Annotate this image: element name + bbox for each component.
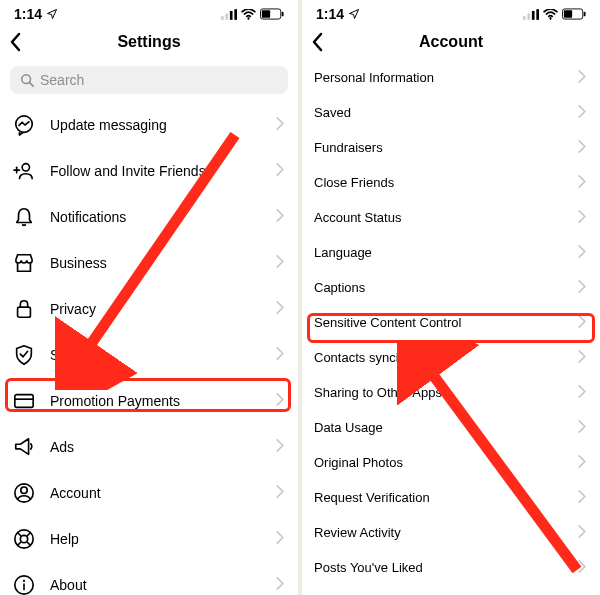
chevron-right-icon <box>578 455 586 471</box>
row-help[interactable]: Help <box>0 516 298 562</box>
battery-icon <box>260 8 284 20</box>
svg-point-20 <box>20 535 27 542</box>
svg-rect-32 <box>536 9 539 20</box>
row-label: Posts You've Liked <box>314 560 578 575</box>
row-label: Update messaging <box>50 117 276 133</box>
chevron-right-icon <box>578 350 586 366</box>
chevron-right-icon <box>578 210 586 226</box>
row-label: Review Activity <box>314 525 578 540</box>
chevron-right-icon <box>578 105 586 121</box>
row-follow-invite[interactable]: Follow and Invite Friends <box>0 148 298 194</box>
row-saved[interactable]: Saved <box>302 95 600 130</box>
cell-signal-icon <box>523 9 539 20</box>
chevron-right-icon <box>578 385 586 401</box>
svg-rect-29 <box>523 16 526 20</box>
row-original-photos[interactable]: Original Photos <box>302 445 600 480</box>
chevron-right-icon <box>578 280 586 296</box>
row-label: Close Friends <box>314 175 578 190</box>
credit-card-icon <box>12 389 36 413</box>
search-icon <box>20 73 34 87</box>
row-label: Personal Information <box>314 70 578 85</box>
svg-rect-0 <box>221 16 224 20</box>
row-notifications[interactable]: Notifications <box>0 194 298 240</box>
row-captions[interactable]: Captions <box>302 270 600 305</box>
location-arrow-icon <box>348 8 360 20</box>
row-security[interactable]: Security <box>0 332 298 378</box>
back-button[interactable] <box>310 32 324 52</box>
row-request-verification[interactable]: Request Verification <box>302 480 600 515</box>
svg-point-18 <box>21 487 27 493</box>
chevron-right-icon <box>276 163 284 179</box>
svg-point-11 <box>22 164 29 171</box>
row-label: Captions <box>314 280 578 295</box>
row-account-status[interactable]: Account Status <box>302 200 600 235</box>
row-fundraisers[interactable]: Fundraisers <box>302 130 600 165</box>
chevron-right-icon <box>578 245 586 261</box>
row-label: Follow and Invite Friends <box>50 163 276 179</box>
status-bar: 1:14 <box>0 0 298 24</box>
row-label: Language <box>314 245 578 260</box>
svg-rect-30 <box>527 13 530 19</box>
row-label: Notifications <box>50 209 276 225</box>
svg-line-9 <box>30 83 34 87</box>
chevron-right-icon <box>276 531 284 547</box>
row-close-friends[interactable]: Close Friends <box>302 165 600 200</box>
add-person-icon <box>12 159 36 183</box>
row-label: Security <box>50 347 276 363</box>
svg-rect-15 <box>15 395 33 408</box>
svg-rect-3 <box>234 9 237 20</box>
row-sensitive-content[interactable]: Sensitive Content Control <box>302 305 600 340</box>
row-contacts-syncing[interactable]: Contacts syncing <box>302 340 600 375</box>
chevron-right-icon <box>276 301 284 317</box>
info-icon <box>12 573 36 595</box>
row-account[interactable]: Account <box>0 470 298 516</box>
row-label: Original Photos <box>314 455 578 470</box>
status-time: 1:14 <box>316 6 344 22</box>
svg-point-19 <box>15 530 33 548</box>
row-privacy[interactable]: Privacy <box>0 286 298 332</box>
chevron-right-icon <box>276 117 284 133</box>
row-posts-liked[interactable]: Posts You've Liked <box>302 550 600 585</box>
svg-line-21 <box>18 533 22 537</box>
svg-rect-1 <box>225 13 228 19</box>
row-business[interactable]: Business <box>0 240 298 286</box>
row-label: About <box>50 577 276 593</box>
row-review-activity[interactable]: Review Activity <box>302 515 600 550</box>
row-label: Help <box>50 531 276 547</box>
wifi-icon <box>543 9 558 20</box>
svg-line-24 <box>27 542 31 546</box>
row-sharing-other-apps[interactable]: Sharing to Other Apps <box>302 375 600 410</box>
row-about[interactable]: About <box>0 562 298 595</box>
svg-rect-31 <box>532 10 535 19</box>
row-label: Promotion Payments <box>50 393 276 409</box>
account-screen: 1:14 Account Personal Information Saved … <box>302 0 600 595</box>
row-data-usage[interactable]: Data Usage <box>302 410 600 445</box>
row-ads[interactable]: Ads <box>0 424 298 470</box>
chevron-left-icon <box>310 32 324 52</box>
svg-point-33 <box>549 17 551 19</box>
chevron-right-icon <box>276 485 284 501</box>
settings-screen: 1:14 Settings Search Update messaging Fo… <box>0 0 298 595</box>
row-language[interactable]: Language <box>302 235 600 270</box>
back-button[interactable] <box>8 32 22 52</box>
row-personal-information[interactable]: Personal Information <box>302 60 600 95</box>
account-list: Personal Information Saved Fundraisers C… <box>302 60 600 595</box>
row-label: Business <box>50 255 276 271</box>
chevron-right-icon <box>578 315 586 331</box>
megaphone-icon <box>12 435 36 459</box>
battery-icon <box>562 8 586 20</box>
search-input[interactable]: Search <box>10 66 288 94</box>
row-update-messaging[interactable]: Update messaging <box>0 102 298 148</box>
chevron-right-icon <box>578 175 586 191</box>
svg-rect-7 <box>282 12 284 17</box>
svg-rect-14 <box>18 307 31 317</box>
row-label: Request Verification <box>314 490 578 505</box>
status-bar: 1:14 <box>302 0 600 24</box>
chevron-right-icon <box>276 393 284 409</box>
bell-icon <box>12 205 36 229</box>
svg-rect-2 <box>230 10 233 19</box>
row-promotion-payments[interactable]: Promotion Payments <box>0 378 298 424</box>
chevron-right-icon <box>578 70 586 86</box>
row-label: Account <box>50 485 276 501</box>
row-label: Contacts syncing <box>314 350 578 365</box>
